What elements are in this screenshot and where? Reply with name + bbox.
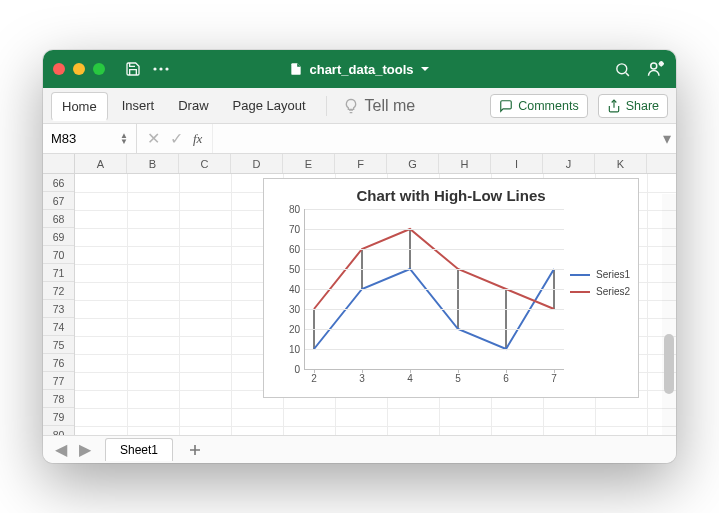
tab-draw[interactable]: Draw xyxy=(168,92,218,119)
add-sheet-button[interactable] xyxy=(185,440,205,460)
formula-bar[interactable] xyxy=(212,124,658,153)
tab-home[interactable]: Home xyxy=(51,92,108,121)
y-tick-label: 0 xyxy=(280,364,300,375)
svg-point-3 xyxy=(616,63,626,73)
ribbon-tabs: Home Insert Draw Page Layout Tell me Com… xyxy=(43,88,676,124)
vertical-scrollbar[interactable] xyxy=(662,194,676,435)
tell-me[interactable]: Tell me xyxy=(343,97,416,115)
row-header[interactable]: 69 xyxy=(43,228,74,246)
column-header[interactable]: F xyxy=(335,154,387,173)
row-header[interactable]: 67 xyxy=(43,192,74,210)
more-icon[interactable] xyxy=(151,59,171,79)
name-box-value: M83 xyxy=(51,131,76,146)
column-header[interactable]: I xyxy=(491,154,543,173)
search-icon[interactable] xyxy=(612,59,632,79)
titlebar: chart_data_tools xyxy=(43,50,676,88)
comment-icon xyxy=(499,99,513,113)
column-header[interactable]: K xyxy=(595,154,647,173)
tell-me-label: Tell me xyxy=(365,97,416,115)
legend-label-1: Series1 xyxy=(596,269,630,280)
svg-point-0 xyxy=(153,67,156,70)
embedded-chart[interactable]: Chart with High-Low Lines 01020304050607… xyxy=(263,178,639,398)
row-header[interactable]: 70 xyxy=(43,246,74,264)
name-box[interactable]: M83 ▲▼ xyxy=(43,124,137,153)
y-tick-label: 20 xyxy=(280,324,300,335)
column-header[interactable]: D xyxy=(231,154,283,173)
column-headers: ABCDEFGHIJK xyxy=(75,154,676,174)
tab-insert[interactable]: Insert xyxy=(112,92,165,119)
y-tick-label: 60 xyxy=(280,244,300,255)
y-tick-label: 50 xyxy=(280,264,300,275)
svg-point-2 xyxy=(165,67,168,70)
save-icon[interactable] xyxy=(123,59,143,79)
plus-icon xyxy=(189,444,201,456)
row-header[interactable]: 75 xyxy=(43,336,74,354)
row-header[interactable]: 79 xyxy=(43,408,74,426)
row-header[interactable]: 68 xyxy=(43,210,74,228)
chevron-down-icon[interactable] xyxy=(420,64,430,74)
share-label: Share xyxy=(626,99,659,113)
sheet-nav-prev-icon[interactable]: ◀ xyxy=(51,440,71,459)
svg-point-5 xyxy=(651,63,657,69)
svg-line-4 xyxy=(625,72,628,75)
divider xyxy=(326,96,327,116)
x-tick-label: 6 xyxy=(503,373,509,384)
sheet-nav-next-icon[interactable]: ▶ xyxy=(75,440,95,459)
row-header[interactable]: 77 xyxy=(43,372,74,390)
excel-window: chart_data_tools Home Insert Draw Page L… xyxy=(43,50,676,463)
chart-legend: Series1 Series2 xyxy=(570,269,630,303)
minimize-window-button[interactable] xyxy=(73,63,85,75)
row-header[interactable]: 71 xyxy=(43,264,74,282)
row-header[interactable]: 73 xyxy=(43,300,74,318)
column-header[interactable]: B xyxy=(127,154,179,173)
x-tick-label: 2 xyxy=(311,373,317,384)
file-icon xyxy=(289,62,303,76)
column-header[interactable]: H xyxy=(439,154,491,173)
close-window-button[interactable] xyxy=(53,63,65,75)
cells-area[interactable]: Chart with High-Low Lines 01020304050607… xyxy=(75,174,676,435)
fx-icon[interactable]: fx xyxy=(193,131,202,147)
cancel-formula-icon[interactable]: ✕ xyxy=(147,129,160,148)
name-box-stepper[interactable]: ▲▼ xyxy=(120,133,128,145)
row-headers: 66676869707172737475767778798081 xyxy=(43,174,75,435)
zoom-window-button[interactable] xyxy=(93,63,105,75)
x-tick-label: 5 xyxy=(455,373,461,384)
y-tick-label: 30 xyxy=(280,304,300,315)
y-tick-label: 80 xyxy=(280,204,300,215)
tab-page-layout[interactable]: Page Layout xyxy=(223,92,316,119)
spreadsheet-grid: ABCDEFGHIJK 6667686970717273747576777879… xyxy=(43,154,676,435)
legend-swatch-1 xyxy=(570,274,590,276)
comments-button[interactable]: Comments xyxy=(490,94,587,118)
x-tick-label: 3 xyxy=(359,373,365,384)
lightbulb-icon xyxy=(343,98,359,114)
column-header[interactable]: J xyxy=(543,154,595,173)
column-header[interactable]: A xyxy=(75,154,127,173)
accept-formula-icon[interactable]: ✓ xyxy=(170,129,183,148)
y-tick-label: 70 xyxy=(280,224,300,235)
legend-swatch-2 xyxy=(570,291,590,293)
sheet-tab-sheet1[interactable]: Sheet1 xyxy=(105,438,173,461)
window-controls xyxy=(53,63,105,75)
vertical-scroll-thumb[interactable] xyxy=(664,334,674,394)
share-button[interactable]: Share xyxy=(598,94,668,118)
share-people-icon[interactable] xyxy=(646,59,666,79)
document-title: chart_data_tools xyxy=(309,62,413,77)
select-all-corner[interactable] xyxy=(43,154,75,174)
row-header[interactable]: 74 xyxy=(43,318,74,336)
row-header[interactable]: 72 xyxy=(43,282,74,300)
column-header[interactable]: C xyxy=(179,154,231,173)
legend-label-2: Series2 xyxy=(596,286,630,297)
formula-bar-row: M83 ▲▼ ✕ ✓ fx ▾ xyxy=(43,124,676,154)
column-header[interactable]: G xyxy=(387,154,439,173)
row-header[interactable]: 78 xyxy=(43,390,74,408)
x-tick-label: 7 xyxy=(551,373,557,384)
row-header[interactable]: 66 xyxy=(43,174,74,192)
row-header[interactable]: 80 xyxy=(43,426,74,435)
formula-bar-expand-icon[interactable]: ▾ xyxy=(658,129,676,148)
legend-item-series2: Series2 xyxy=(570,286,630,297)
row-header[interactable]: 76 xyxy=(43,354,74,372)
x-tick-label: 4 xyxy=(407,373,413,384)
column-header[interactable]: E xyxy=(283,154,335,173)
sheet-tab-bar: ◀ ▶ Sheet1 xyxy=(43,435,676,463)
svg-point-1 xyxy=(159,67,162,70)
